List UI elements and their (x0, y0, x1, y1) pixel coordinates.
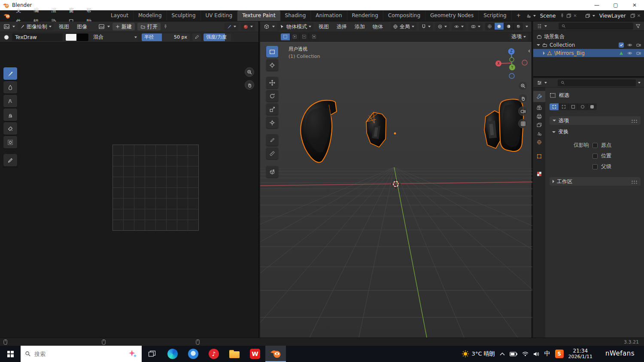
taskbar-netease-music[interactable]: ♪ (204, 346, 224, 362)
tab-scene[interactable] (536, 131, 542, 136)
viewport-editor-type-chevron[interactable] (272, 26, 275, 27)
close-button[interactable]: ✕ (625, 0, 644, 10)
start-button[interactable] (0, 346, 21, 362)
options-panel-header[interactable]: 选项 (550, 116, 641, 125)
tab-view-layer[interactable] (536, 122, 542, 128)
image-canvas[interactable] (0, 42, 258, 338)
brush-name-field[interactable]: TexDraw (12, 33, 63, 41)
active-tool-row[interactable]: 框选 (550, 92, 641, 99)
outliner-search-field[interactable] (559, 23, 633, 30)
blend-mode-dropdown[interactable]: 混合 (91, 33, 139, 41)
battery-icon[interactable] (510, 352, 517, 356)
tool-annotate[interactable] (3, 154, 17, 166)
tab-output[interactable] (536, 114, 542, 119)
tool-mode-5[interactable] (587, 103, 597, 110)
shading-solid-button[interactable] (495, 23, 504, 30)
gizmo-axis-x-neg[interactable] (522, 60, 527, 65)
blender-app-menu-icon[interactable] (3, 13, 10, 19)
tool-draw-brush[interactable] (3, 67, 17, 80)
workspace-tab-animation[interactable]: Animation (311, 10, 347, 21)
mirror-object-right-inner[interactable] (484, 111, 500, 148)
overlays-dropdown[interactable] (468, 23, 483, 30)
tab-tool[interactable] (533, 91, 545, 102)
proportional-edit-dropdown[interactable] (435, 23, 449, 30)
taskbar-clock[interactable]: 21:34 2026/1/11 (568, 348, 592, 360)
ime-indicator[interactable]: 中 (544, 350, 550, 358)
tool-mode-1[interactable] (550, 103, 559, 110)
gizmo-axis-y-neg[interactable] (510, 57, 514, 62)
weather-widget[interactable]: 3°C 晴朗 (462, 350, 495, 358)
taskbar-blue-app[interactable] (183, 346, 204, 362)
tool-measure[interactable] (266, 148, 278, 159)
image-menu-image[interactable]: 图像 (74, 21, 90, 32)
outliner-row-object-selected[interactable]: \Mirrors_Big (533, 49, 644, 57)
mesh-data-icon[interactable] (619, 51, 624, 56)
vp-menu-view[interactable]: 视图 (316, 21, 331, 32)
pin-scene-icon[interactable] (560, 13, 565, 18)
unlink-scene-icon[interactable]: ✕ (573, 13, 577, 18)
scene-dropdown-chevron[interactable] (533, 15, 536, 17)
image-menu-view[interactable]: 视图 (56, 21, 72, 32)
tab-world[interactable] (536, 139, 542, 145)
paint-mode-dropdown[interactable]: 图像绘制 (18, 23, 54, 30)
tool-soften[interactable] (3, 81, 17, 94)
tool-fill[interactable] (3, 122, 17, 135)
tool-mode-2[interactable] (559, 103, 568, 110)
workspace-panel-header[interactable]: 工作区 (550, 177, 641, 186)
mirror-object-left[interactable] (301, 100, 337, 163)
object-eye-icon[interactable] (627, 51, 633, 56)
texture-grid[interactable] (112, 145, 199, 231)
network-icon[interactable] (522, 351, 529, 356)
tool-smear[interactable] (3, 95, 17, 107)
workspace-tab-scripting[interactable]: Scripting (479, 10, 511, 21)
viewport-zoom-button[interactable] (518, 81, 528, 90)
filter-funnel-icon[interactable] (635, 24, 641, 29)
taskbar-blender[interactable] (265, 346, 286, 362)
workspace-tab-shading[interactable]: Shading (280, 10, 311, 21)
sidebar-collapse-arrow[interactable] (528, 49, 530, 53)
snap-dropdown[interactable] (419, 23, 433, 30)
image-editor-type-icon[interactable] (3, 24, 10, 30)
viewlayer-dropdown-chevron[interactable] (592, 15, 595, 17)
viewport-editor-type-icon[interactable] (264, 24, 270, 30)
tool-mode-4[interactable] (578, 103, 587, 110)
gizmo-axis-z-neg[interactable] (509, 73, 514, 78)
strength-slider[interactable]: 强度/力度 (204, 33, 231, 41)
minimize-button[interactable]: — (587, 0, 606, 10)
mode-dropdown[interactable]: 物体模式 (277, 23, 313, 30)
outliner-search-input[interactable] (568, 23, 611, 29)
viewport-camera-button[interactable] (518, 106, 528, 116)
tool-rotate[interactable] (266, 90, 278, 102)
collection-camera-icon[interactable] (636, 42, 641, 48)
bing-sparkle-icon[interactable] (128, 349, 137, 359)
taskbar-wps[interactable]: W (245, 346, 265, 362)
remove-viewlayer-icon[interactable]: ✕ (637, 13, 641, 18)
outliner-type-chevron[interactable] (544, 25, 547, 27)
taskbar-edge[interactable] (162, 346, 183, 362)
workspace-tab-modeling[interactable]: Modeling (134, 10, 167, 21)
tool-clone[interactable] (3, 109, 17, 121)
outliner-row-collection[interactable]: Collection (533, 41, 644, 49)
new-image-button[interactable]: 新建 (112, 23, 135, 30)
object-expand-arrow[interactable] (543, 51, 545, 55)
shading-wireframe-button[interactable] (485, 23, 495, 30)
shading-rendered-button[interactable] (513, 23, 523, 30)
tool-move[interactable] (266, 77, 278, 88)
workspace-tab-uv-editing[interactable]: UV Editing (201, 10, 238, 21)
viewport-canvas[interactable] (260, 42, 532, 338)
tool-mask[interactable] (3, 136, 17, 148)
origins-checkbox[interactable] (592, 143, 598, 148)
tool-cursor[interactable] (266, 59, 278, 71)
add-workspace-button[interactable]: + (512, 10, 526, 21)
shading-dropdown-chevron[interactable] (526, 26, 528, 27)
locations-checkbox[interactable] (592, 154, 598, 159)
transform-panel-header[interactable]: 变换 (550, 128, 641, 136)
properties-search-field[interactable] (558, 79, 636, 86)
primary-color-swatch[interactable] (65, 33, 77, 41)
workspace-tab-compositing[interactable]: Compositing (383, 10, 425, 21)
vp-menu-select[interactable]: 选择 (334, 21, 349, 32)
mirror-object-middle[interactable] (366, 112, 386, 147)
maximize-button[interactable]: ▢ (606, 0, 625, 10)
tool-annotate-vp[interactable] (266, 134, 278, 146)
tab-texture[interactable] (536, 171, 542, 177)
